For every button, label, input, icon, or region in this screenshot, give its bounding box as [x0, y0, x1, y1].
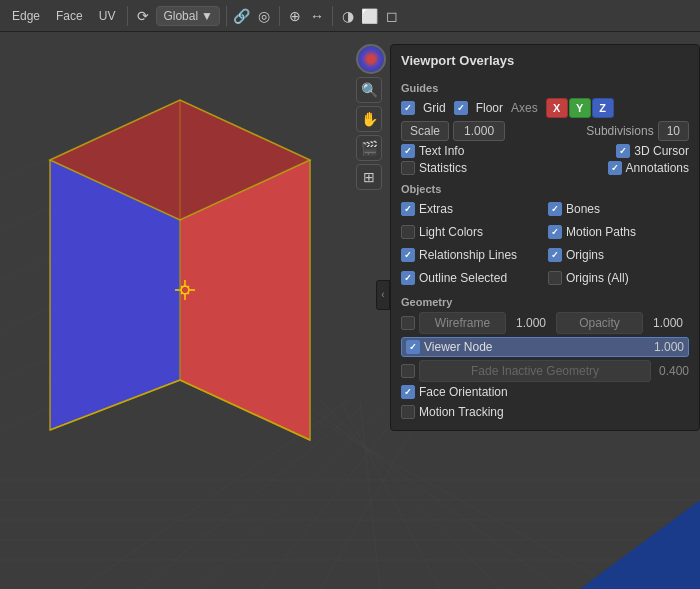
transform-icon[interactable]: ⟳: [134, 7, 152, 25]
motion-tracking-row: Motion Tracking: [401, 405, 689, 419]
viewer-node-label: Viewer Node: [424, 340, 650, 354]
sep3: [279, 6, 280, 26]
camera-btn[interactable]: 🎬: [356, 135, 382, 161]
relationship-lines-checkbox[interactable]: [401, 248, 415, 262]
axes-buttons: X Y Z: [546, 98, 614, 118]
overlay-icon[interactable]: ⬜: [361, 7, 379, 25]
grid-btn[interactable]: ⊞: [356, 164, 382, 190]
annotations-label: Annotations: [626, 161, 689, 175]
text-info-checkbox[interactable]: [401, 144, 415, 158]
extras-row: Extras: [401, 202, 542, 216]
wireframe-row: Wireframe 1.000 Opacity 1.000: [401, 312, 689, 334]
motion-tracking-checkbox[interactable]: [401, 405, 415, 419]
fade-inactive-value: 0.400: [655, 364, 689, 378]
motion-paths-checkbox[interactable]: [548, 225, 562, 239]
wireframe-checkbox[interactable]: [401, 316, 415, 330]
text-info-label: Text Info: [419, 144, 464, 158]
outline-selected-row: Outline Selected: [401, 271, 542, 285]
face-orientation-label: Face Orientation: [419, 385, 508, 399]
bones-label: Bones: [566, 202, 600, 216]
scale-btn[interactable]: Scale: [401, 121, 449, 141]
floor-checkbox[interactable]: [454, 101, 468, 115]
relationship-lines-label: Relationship Lines: [419, 248, 517, 262]
statistics-row: Statistics Annotations: [401, 161, 689, 175]
objects-header: Objects: [401, 183, 689, 195]
opacity-value: 1.000: [647, 313, 689, 333]
origins-checkbox[interactable]: [548, 248, 562, 262]
viewer-node-row: Viewer Node 1.000: [401, 337, 689, 357]
viewer-node-checkbox[interactable]: [406, 340, 420, 354]
zoom-btn[interactable]: 🔍: [356, 77, 382, 103]
guides-grid-row: Grid Floor Axes X Y Z: [401, 98, 689, 118]
subdivisions-value[interactable]: 10: [658, 121, 689, 141]
opacity-btn[interactable]: Opacity: [556, 312, 643, 334]
relationship-lines-row: Relationship Lines: [401, 248, 542, 262]
light-colors-checkbox[interactable]: [401, 225, 415, 239]
panel-title: Viewport Overlays: [401, 53, 689, 72]
top-toolbar: Edge Face UV ⟳ Global ▼ 🔗 ◎ ⊕ ↔ ◑ ⬜ ◻: [0, 0, 700, 32]
wireframe-btn[interactable]: Wireframe: [419, 312, 506, 334]
pivot-icon[interactable]: ⊕: [286, 7, 304, 25]
origins-all-label: Origins (All): [566, 271, 629, 285]
fade-inactive-checkbox[interactable]: [401, 364, 415, 378]
scale-value[interactable]: 1.000: [453, 121, 505, 141]
text-info-row: Text Info 3D Cursor: [401, 144, 689, 158]
overlays-panel: Viewport Overlays Guides Grid Floor Axes…: [390, 44, 700, 431]
edge-menu[interactable]: Edge: [6, 7, 46, 25]
motion-paths-label: Motion Paths: [566, 225, 636, 239]
cursor-3d-label: 3D Cursor: [634, 144, 689, 158]
grid-label: Grid: [423, 101, 446, 115]
guides-header: Guides: [401, 82, 689, 94]
z-axis-btn[interactable]: Z: [592, 98, 614, 118]
origins-row: Origins: [548, 248, 689, 262]
outline-selected-label: Outline Selected: [419, 271, 507, 285]
geometry-header: Geometry: [401, 296, 689, 308]
face-orientation-row: Face Orientation: [401, 385, 689, 399]
wireframe-value: 1.000: [510, 313, 552, 333]
floor-label: Floor: [476, 101, 503, 115]
statistics-label: Statistics: [419, 161, 467, 175]
viewport-gizmo[interactable]: [356, 44, 386, 74]
transform2-icon[interactable]: ↔: [308, 7, 326, 25]
face-orientation-checkbox[interactable]: [401, 385, 415, 399]
annotations-checkbox[interactable]: [608, 161, 622, 175]
y-axis-btn[interactable]: Y: [569, 98, 591, 118]
objects-right-col: Bones Motion Paths Origins Origins (All): [548, 199, 689, 288]
extras-label: Extras: [419, 202, 453, 216]
objects-columns: Extras Light Colors Relationship Lines O…: [401, 199, 689, 288]
bones-row: Bones: [548, 202, 689, 216]
snap-icon[interactable]: 🔗: [233, 7, 251, 25]
origins-all-row: Origins (All): [548, 271, 689, 285]
viewport-shading-icon[interactable]: ◑: [339, 7, 357, 25]
face-menu[interactable]: Face: [50, 7, 89, 25]
light-colors-label: Light Colors: [419, 225, 483, 239]
extras-checkbox[interactable]: [401, 202, 415, 216]
origins-all-checkbox[interactable]: [548, 271, 562, 285]
axes-label: Axes: [511, 101, 538, 115]
scale-row: Scale 1.000 Subdivisions 10: [401, 121, 689, 141]
motion-tracking-label: Motion Tracking: [419, 405, 504, 419]
global-dropdown[interactable]: Global ▼: [156, 6, 220, 26]
sep2: [226, 6, 227, 26]
origins-label: Origins: [566, 248, 604, 262]
outline-selected-checkbox[interactable]: [401, 271, 415, 285]
side-toolbar: 🔍 ✋ 🎬 ⊞: [356, 44, 386, 190]
xray-icon[interactable]: ◻: [383, 7, 401, 25]
subdivisions-label: Subdivisions: [586, 124, 653, 138]
fade-inactive-btn[interactable]: Fade Inactive Geometry: [419, 360, 651, 382]
motion-paths-row: Motion Paths: [548, 225, 689, 239]
proportional-icon[interactable]: ◎: [255, 7, 273, 25]
cursor-3d-checkbox[interactable]: [616, 144, 630, 158]
grid-checkbox[interactable]: [401, 101, 415, 115]
statistics-checkbox[interactable]: [401, 161, 415, 175]
global-label: Global: [163, 9, 198, 23]
viewer-node-value: 1.000: [654, 340, 684, 354]
x-axis-btn[interactable]: X: [546, 98, 568, 118]
uv-menu[interactable]: UV: [93, 7, 122, 25]
bones-checkbox[interactable]: [548, 202, 562, 216]
hand-btn[interactable]: ✋: [356, 106, 382, 132]
light-colors-row: Light Colors: [401, 225, 542, 239]
fade-inactive-row: Fade Inactive Geometry 0.400: [401, 360, 689, 382]
n-panel-chevron[interactable]: ‹: [376, 280, 390, 310]
sep1: [127, 6, 128, 26]
